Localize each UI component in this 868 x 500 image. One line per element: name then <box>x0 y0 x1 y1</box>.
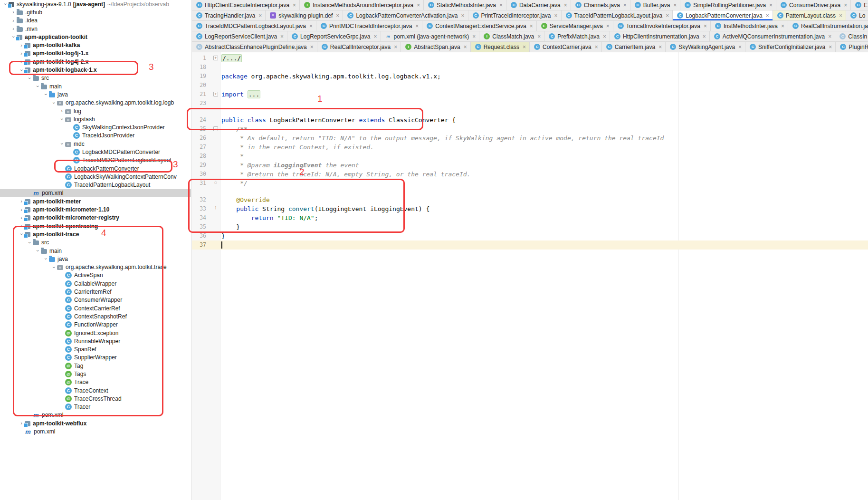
tree-item-contextsnapshotref[interactable]: CContextSnapshotRef <box>0 312 191 320</box>
tree-item-contextcarrierref[interactable]: CContextCarrierRef <box>0 304 191 312</box>
fold-minus-icon[interactable]: − <box>213 126 218 131</box>
close-icon[interactable]: × <box>530 23 533 29</box>
line-number[interactable]: 33↑ <box>192 204 220 213</box>
tab-contextmanagerextendservice-java[interactable]: CContextManagerExtendService.java× <box>422 21 536 31</box>
tree-item-logbackpatternconverter[interactable]: CLogbackPatternConverter <box>0 164 191 173</box>
close-icon[interactable]: × <box>829 44 832 50</box>
tab-httpclientinstrumentation-java[interactable]: CHttpClientInstrumentation.java× <box>610 31 710 41</box>
code-line-24[interactable]: 24public class LogbackPatternConverter e… <box>192 115 868 125</box>
chevron-expanded-icon[interactable]: › <box>3 1 8 8</box>
tree-item-logbackmdcpatternconverter[interactable]: CLogbackMDCPatternConverter <box>0 148 191 156</box>
code-line-28[interactable]: 28 * <box>192 152 868 161</box>
tree-item-pom-xml[interactable]: mpom.xml <box>0 411 191 419</box>
tree-item-apm-toolkit-opentracing[interactable]: ›apm-toolkit-opentracing <box>0 222 191 230</box>
close-icon[interactable]: × <box>673 2 677 8</box>
chevron-expanded-icon[interactable]: › <box>43 91 48 98</box>
line-number[interactable]: 28 <box>192 152 220 161</box>
tree-item-apm-toolkit-trace[interactable]: ›apm-toolkit-trace <box>0 230 191 238</box>
code-line-18[interactable]: 18 <box>192 63 868 72</box>
close-icon[interactable]: × <box>766 13 769 19</box>
chevron-expanded-icon[interactable]: › <box>59 116 65 123</box>
tab-httpclientexecuteinterceptor-java[interactable]: CHttpClientExecuteInterceptor.java× <box>192 0 300 10</box>
tab-carrieritem-java[interactable]: CCarrierItem.java× <box>602 42 666 52</box>
code-line-27[interactable]: 27 * in the recent Context, if existed. <box>192 143 868 152</box>
fold-end-icon[interactable]: ⌂ <box>213 180 218 185</box>
chevron-expanded-icon[interactable]: › <box>51 264 57 270</box>
code-line-36[interactable]: 36} <box>192 231 868 240</box>
code-line-34[interactable]: 34 return "TID: N/A"; <box>192 213 868 222</box>
tree-item-apm-application-toolkit[interactable]: ›apm-application-toolkit <box>0 33 191 41</box>
close-icon[interactable]: × <box>523 44 526 50</box>
chevron-expanded-icon[interactable]: › <box>35 248 40 254</box>
tree-item-idea[interactable]: ›.idea <box>0 17 191 25</box>
tab-request-class[interactable]: CRequest.class× <box>471 42 530 52</box>
tree-item-apm-toolkit-micrometer-1-10[interactable]: ›apm-toolkit-micrometer-1.10 <box>0 205 191 213</box>
close-icon[interactable]: × <box>415 23 419 29</box>
tree-item-runnablewrapper[interactable]: CRunnableWrapper <box>0 337 191 345</box>
chevron-expanded-icon[interactable]: › <box>27 75 32 81</box>
tab-lo[interactable]: CLo <box>846 10 868 20</box>
tab-traceidmdcpatternlogbacklayout-java[interactable]: CTraceIdMDCPatternLogbackLayout.java× <box>192 21 316 31</box>
line-number[interactable]: 30 <box>192 170 220 179</box>
chevron-collapsed-icon[interactable]: › <box>10 18 17 23</box>
close-icon[interactable]: × <box>606 23 610 29</box>
tab-activemqconsumerinstrumentation-java[interactable]: CActiveMQConsumerInstrumentation.java× <box>710 31 835 41</box>
fold-plus-icon[interactable]: + <box>213 92 218 96</box>
close-icon[interactable]: × <box>738 44 742 50</box>
close-icon[interactable]: × <box>658 44 662 50</box>
tree-item-pom-xml[interactable]: mpom.xml <box>0 189 191 197</box>
tree-item-spanref[interactable]: CSpanRef <box>0 345 191 353</box>
tab-realcallinstrumentation-java[interactable]: CRealCallInstrumentation.java <box>788 21 868 31</box>
tab-datacarrier-java[interactable]: CDataCarrier.java× <box>506 0 571 10</box>
code-line-25[interactable]: 25− /** <box>192 125 868 134</box>
close-icon[interactable]: × <box>769 2 773 8</box>
tab-instancemethodsaroundinterceptor-java[interactable]: IInstanceMethodsAroundInterceptor.java× <box>300 0 424 10</box>
tree-item-apm-toolkit-log4j-2-x[interactable]: ›apm-toolkit-log4j-2.x <box>0 58 191 66</box>
tree-item-apm-toolkit-kafka[interactable]: ›apm-toolkit-kafka <box>0 41 191 49</box>
close-icon[interactable]: × <box>839 13 842 19</box>
line-number[interactable]: 23 <box>192 99 220 108</box>
tab-patternlayout-class[interactable]: CPatternLayout.class× <box>773 10 846 20</box>
tab-channels-java[interactable]: CChannels.java× <box>571 0 630 10</box>
code-line-26[interactable]: 26 * As default, return "TID: N/A" to th… <box>192 134 868 143</box>
tree-item-tags[interactable]: @Tags <box>0 370 191 378</box>
tab-skywalking-plugin-def[interactable]: ≡skywalking-plugin.def× <box>266 10 343 20</box>
close-icon[interactable]: × <box>464 44 467 50</box>
fold-plus-icon[interactable]: + <box>213 56 218 60</box>
tree-item-skywalkingcontextjsonprovider[interactable]: CSkyWalkingContextJsonProvider <box>0 123 191 131</box>
tree-item-mvn[interactable]: ›.mvn <box>0 25 191 33</box>
code-line-37[interactable]: 37 <box>192 240 868 250</box>
chevron-expanded-icon[interactable]: › <box>59 141 65 147</box>
close-icon[interactable]: × <box>461 13 465 19</box>
line-number[interactable]: 34 <box>192 213 220 222</box>
line-number[interactable]: 26 <box>192 134 220 143</box>
chevron-collapsed-icon[interactable]: › <box>10 26 17 31</box>
tab-buffer-java[interactable]: CBuffer.java× <box>630 0 681 10</box>
tab-logbackpatternconverteractivation-java[interactable]: CLogbackPatternConverterActivation.java× <box>343 10 468 20</box>
close-icon[interactable]: × <box>844 2 847 8</box>
tree-item-traceidjsonprovider[interactable]: CTraceIdJsonProvider <box>0 132 191 140</box>
close-icon[interactable]: × <box>499 2 503 8</box>
close-icon[interactable]: × <box>472 34 476 39</box>
tab-abstractspan-java[interactable]: IAbstractSpan.java× <box>401 42 470 52</box>
line-number[interactable]: 18 <box>192 63 220 72</box>
code-line-19[interactable]: 19package org.apache.skywalking.apm.tool… <box>192 72 868 81</box>
tree-item-trace[interactable]: @Trace <box>0 378 191 386</box>
tree-item-logbackskywalkingcontextpatternconv[interactable]: CLogbackSkyWalkingContextPatternConv <box>0 173 191 181</box>
tab-printtraceidinterceptor-java[interactable]: CPrintTraceIdInterceptor.java× <box>468 10 562 20</box>
tree-item-traceidpatternlogbacklayout[interactable]: CTraceIdPatternLogbackLayout <box>0 181 191 189</box>
tab-logbackpatternconverter-java[interactable]: CLogbackPatternConverter.java× <box>673 10 773 20</box>
tree-item-apm-toolkit-micrometer-registry[interactable]: ›apm-toolkit-micrometer-registry <box>0 214 191 222</box>
line-number[interactable]: 36 <box>192 231 220 240</box>
line-number[interactable]: 24 <box>192 115 220 125</box>
tree-item-src[interactable]: ›src <box>0 74 191 82</box>
tree-item-activespan[interactable]: CActiveSpan <box>0 271 191 279</box>
close-icon[interactable]: × <box>703 34 706 39</box>
code-line-31[interactable]: 31⌂ */ <box>192 179 868 188</box>
tree-item-org-apache-skywalking-apm-toolkit-log-logb[interactable]: ›org.apache.skywalking.apm.toolkit.log.l… <box>0 99 191 107</box>
line-number[interactable]: 29 <box>192 161 220 170</box>
tab-consumedriver-java[interactable]: CConsumeDriver.java× <box>776 0 851 10</box>
chevron-expanded-icon[interactable]: › <box>27 239 32 246</box>
tab-realcallinterceptor-java[interactable]: CRealCallInterceptor.java× <box>317 42 401 52</box>
code-line-29[interactable]: 29 * @param iLoggingEvent the event <box>192 161 868 170</box>
